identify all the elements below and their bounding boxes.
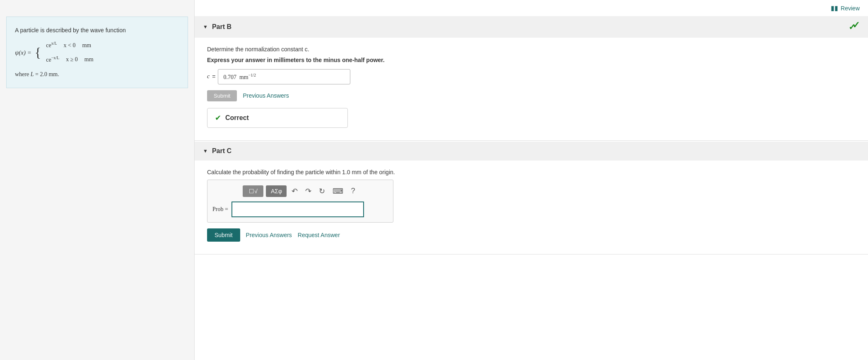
part-b-answer-label: c: [207, 73, 210, 80]
wave-function-description: A particle is described by the wave func…: [15, 24, 179, 36]
right-panel: ▮▮ Review ✓ ▼ Part B ✓ Determine the nor…: [195, 0, 868, 360]
part-b-description: Determine the normalization constant c.: [207, 46, 856, 53]
part-b-button-row: Submit Previous Answers: [207, 90, 856, 101]
math-toolbar: ☐√ ΑΣφ ↶ ↷ ↻: [212, 185, 388, 197]
brace-icon: {: [35, 46, 41, 59]
redo-icon: ↷: [305, 187, 311, 195]
case2-condition: x ≥ 0: [66, 54, 78, 65]
refresh-icon: ↻: [319, 187, 325, 195]
part-b-title: Part B: [212, 23, 231, 31]
case1-condition: x < 0: [64, 40, 76, 51]
case2-func: ce−x/L: [46, 54, 59, 66]
case2-unit: mm: [84, 54, 94, 65]
part-b-section: ▼ Part B ✓ Determine the normalization c…: [195, 16, 868, 141]
brace-system: cex/L x < 0 mm ce−x/L x ≥ 0 mm: [46, 39, 93, 65]
part-c-submit-button[interactable]: Submit: [207, 228, 240, 242]
top-bar: ▮▮ Review: [195, 0, 868, 16]
help-button[interactable]: ?: [348, 185, 357, 197]
math-toolbar-sqrt-button[interactable]: ☐√: [243, 185, 263, 197]
part-c-previous-answers-link[interactable]: Previous Answers: [246, 232, 292, 238]
part-b-input-box: 0.707 mm−1/2: [218, 69, 350, 84]
part-b-answer-row: c = 0.707 mm−1/2: [207, 69, 856, 84]
part-b-instruction: Express your answer in millimeters to th…: [207, 57, 856, 63]
part-b-content: Determine the normalization constant c. …: [195, 38, 868, 140]
case1-func: cex/L: [46, 39, 57, 51]
part-b-previous-answers-link[interactable]: Previous Answers: [243, 92, 289, 99]
left-panel: A particle is described by the wave func…: [0, 0, 195, 360]
case1-row: cex/L x < 0 mm: [46, 39, 93, 51]
part-c-header[interactable]: ▼ Part C: [195, 142, 868, 161]
part-b-answer-value: 0.707 mm−1/2: [223, 74, 256, 80]
where-clause: where L = 2.0 mm.: [15, 69, 179, 80]
case1-unit: mm: [82, 40, 91, 51]
part-c-buttons: Submit Previous Answers Request Answer: [207, 228, 856, 242]
sqrt-icon: ☐√: [249, 188, 258, 194]
case2-row: ce−x/L x ≥ 0 mm: [46, 54, 93, 66]
part-b-submit-button[interactable]: Submit: [207, 90, 237, 101]
part-c-request-answer-link[interactable]: Request Answer: [298, 232, 340, 238]
correct-text: Correct: [225, 114, 249, 122]
keyboard-icon: ⌨: [333, 187, 343, 195]
keyboard-button[interactable]: ⌨: [330, 185, 346, 197]
correct-check-icon: ✔: [215, 113, 221, 122]
part-c-section: ▼ Part C Calculate the probability of fi…: [195, 142, 868, 254]
part-c-content: Calculate the probability of finding the…: [195, 161, 868, 254]
greek-icon: ΑΣφ: [271, 188, 282, 194]
part-b-equals: =: [212, 73, 215, 80]
top-right-checkmark: ✓: [852, 20, 860, 31]
review-link[interactable]: ▮▮ Review: [831, 4, 860, 12]
psi-label: ψ(x) =: [15, 46, 31, 59]
prob-input[interactable]: [231, 202, 364, 217]
refresh-button[interactable]: ↻: [316, 185, 328, 197]
review-label: Review: [841, 5, 860, 12]
part-c-arrow-icon: ▼: [203, 148, 208, 154]
part-c-title: Part C: [212, 147, 231, 155]
help-icon: ?: [351, 187, 355, 195]
undo-icon: ↶: [292, 187, 298, 195]
undo-button[interactable]: ↶: [289, 185, 300, 197]
math-input-area: ☐√ ΑΣφ ↶ ↷ ↻: [207, 180, 393, 223]
wave-function-equation: ψ(x) = { cex/L x < 0 mm ce−x/L x ≥ 0 mm: [15, 39, 179, 65]
part-b-arrow-icon: ▼: [203, 24, 208, 30]
math-toolbar-greek-button[interactable]: ΑΣφ: [266, 185, 287, 197]
redo-button[interactable]: ↷: [303, 185, 314, 197]
wave-function-box: A particle is described by the wave func…: [6, 17, 188, 88]
part-c-description: Calculate the probability of finding the…: [207, 169, 856, 175]
prob-label: Prob =: [212, 206, 228, 213]
part-b-header[interactable]: ▼ Part B ✓: [195, 16, 868, 38]
book-icon: ▮▮: [831, 4, 838, 12]
correct-badge: ✔ Correct: [207, 108, 348, 128]
prob-row: Prob =: [212, 202, 388, 217]
